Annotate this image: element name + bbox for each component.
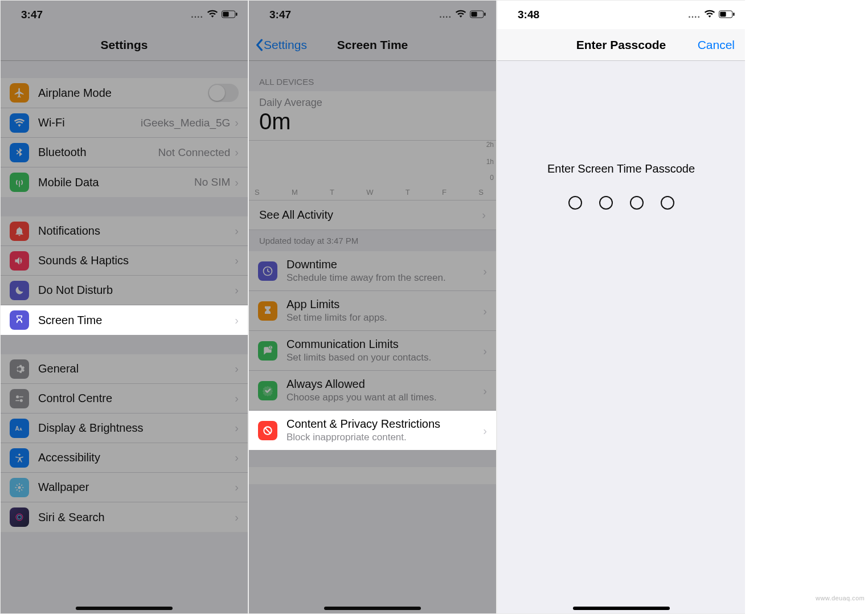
daily-average-label: Daily Average [259, 97, 486, 109]
see-all-activity-button[interactable]: See All Activity › [249, 200, 496, 230]
text-size-icon: AA [10, 419, 29, 438]
chart-day: S [255, 188, 260, 197]
row-bluetooth[interactable]: Bluetooth Not Connected › [1, 138, 248, 167]
back-button[interactable]: Settings [255, 38, 307, 52]
cancel-button[interactable]: Cancel [698, 38, 735, 52]
chat-icon [258, 341, 277, 361]
chevron-right-icon: › [235, 254, 239, 267]
bell-icon [10, 222, 29, 241]
row-communication-limits[interactable]: Communication Limits Set limits based on… [249, 331, 496, 371]
row-always-allowed[interactable]: Always Allowed Choose apps you want at a… [249, 371, 496, 411]
row-accessibility[interactable]: Accessibility › [1, 443, 248, 473]
airplane-toggle[interactable] [208, 84, 239, 102]
airplane-icon [10, 83, 29, 103]
screen-time-screen: 3:47 .... Settings Screen Time ALL DEVIC… [248, 0, 497, 614]
svg-point-12 [18, 515, 22, 519]
wifi-icon [455, 9, 466, 21]
chevron-right-icon: › [483, 344, 487, 357]
passcode-digit [599, 196, 613, 210]
section-header: ALL DEVICES [249, 61, 496, 91]
svg-point-11 [16, 514, 23, 521]
chart-day: T [406, 188, 410, 197]
passcode-dots[interactable] [568, 196, 674, 210]
usage-chart: 2h 1h 0 [249, 140, 496, 188]
chart-day: T [330, 188, 334, 197]
nav-bar: Enter Passcode Cancel [497, 29, 745, 61]
chart-day: W [366, 188, 373, 197]
row-notifications[interactable]: Notifications › [1, 216, 248, 246]
settings-group-1: Airplane Mode Wi-Fi iGeeks_Media_5G › Bl… [1, 78, 248, 197]
status-bar: 3:48 .... [497, 1, 745, 29]
chevron-right-icon: › [235, 392, 239, 405]
chart-x-axis: S M T W T F S [249, 188, 496, 200]
row-value: Not Connected [158, 146, 231, 159]
option-sub: Set time limits for apps. [286, 312, 387, 324]
status-time: 3:47 [21, 9, 43, 21]
row-wallpaper[interactable]: Wallpaper › [1, 473, 248, 502]
row-label: General [38, 362, 235, 375]
passcode-digit [630, 196, 644, 210]
bluetooth-icon [10, 143, 29, 162]
home-indicator[interactable] [324, 607, 421, 610]
row-screen-time[interactable]: Screen Time › [1, 305, 248, 335]
row-airplane-mode[interactable]: Airplane Mode [1, 78, 248, 108]
speaker-icon [10, 251, 29, 271]
check-badge-icon [258, 381, 277, 400]
antenna-icon [10, 173, 29, 192]
svg-point-18 [270, 346, 271, 347]
status-time: 3:47 [269, 9, 291, 21]
chevron-right-icon: › [235, 511, 239, 524]
cellular-dots-icon: .... [439, 10, 452, 20]
row-siri[interactable]: Siri & Search › [1, 502, 248, 532]
chevron-right-icon: › [235, 451, 239, 464]
row-label: Bluetooth [38, 146, 158, 159]
switches-icon [10, 389, 29, 408]
chart-tick: 1h [486, 158, 494, 166]
row-label: Display & Brightness [38, 421, 235, 435]
home-indicator[interactable] [573, 607, 670, 610]
row-label: Do Not Disturb [38, 284, 235, 297]
svg-text:A: A [19, 427, 22, 431]
option-title: Communication Limits [286, 338, 399, 351]
row-app-limits[interactable]: App Limits Set time limits for apps. › [249, 291, 496, 331]
row-general[interactable]: General › [1, 354, 248, 384]
row-downtime[interactable]: Downtime Schedule time away from the scr… [249, 251, 496, 291]
chevron-right-icon: › [235, 224, 239, 238]
option-title: Content & Privacy Restrictions [286, 417, 440, 431]
daily-average-value: 0m [259, 109, 486, 134]
svg-rect-1 [223, 12, 228, 17]
row-label: Wallpaper [38, 481, 235, 494]
settings-group-3: General › Control Centre › AA Display & … [1, 354, 248, 532]
row-wifi[interactable]: Wi-Fi iGeeks_Media_5G › [1, 108, 248, 138]
battery-icon [222, 9, 238, 21]
home-indicator[interactable] [76, 607, 173, 610]
passcode-prompt: Enter Screen Time Passcode [547, 162, 695, 175]
row-mobile-data[interactable]: Mobile Data No SIM › [1, 167, 248, 197]
option-title: App Limits [286, 298, 339, 311]
chart-tick: 2h [486, 141, 494, 149]
battery-icon [719, 9, 735, 21]
nosign-icon [258, 421, 277, 440]
svg-point-10 [18, 486, 21, 489]
svg-point-9 [18, 453, 20, 455]
cellular-dots-icon: .... [688, 10, 701, 20]
nav-bar: Settings Screen Time [249, 29, 496, 61]
row-label: Accessibility [38, 451, 235, 464]
passcode-digit [661, 196, 674, 210]
updated-label: Updated today at 3:47 PM [249, 230, 496, 251]
battery-icon [470, 9, 486, 21]
option-sub: Choose apps you want at all times. [286, 392, 437, 403]
row-sounds[interactable]: Sounds & Haptics › [1, 246, 248, 276]
cellular-dots-icon: .... [191, 10, 203, 20]
option-sub: Set limits based on your contacts. [286, 352, 431, 363]
row-control-centre[interactable]: Control Centre › [1, 384, 248, 414]
usage-card[interactable]: Daily Average 0m 2h 1h 0 S M T W T F S S… [249, 91, 496, 230]
row-dnd[interactable]: Do Not Disturb › [1, 276, 248, 305]
chevron-right-icon: › [235, 176, 239, 189]
passcode-digit [568, 196, 582, 210]
row-content-privacy[interactable]: Content & Privacy Restrictions Block ina… [249, 411, 496, 450]
next-group-peek [249, 467, 496, 484]
row-display[interactable]: AA Display & Brightness › [1, 414, 248, 443]
moon-icon [10, 281, 29, 300]
hourglass-icon [258, 301, 277, 321]
